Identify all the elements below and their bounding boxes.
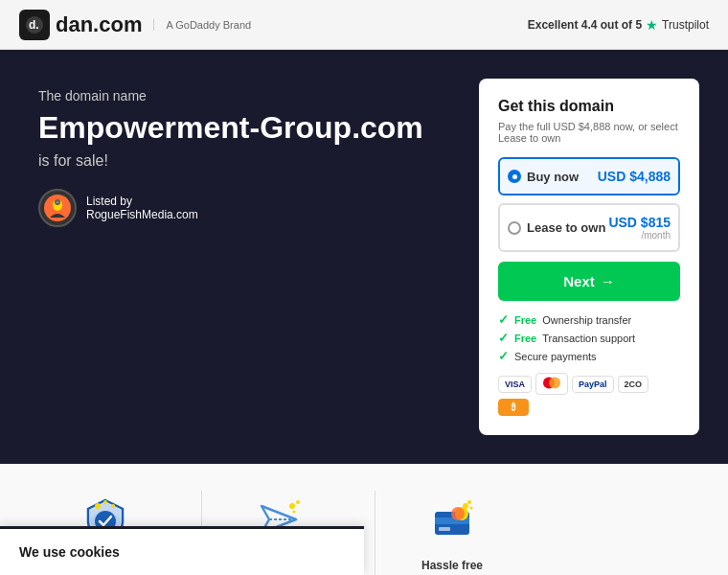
2co-icon: 2CO xyxy=(618,376,649,393)
card-title: Get this domain xyxy=(498,98,680,115)
trustpilot-star: ★ xyxy=(646,17,658,33)
hero-subtitle: The domain name xyxy=(38,88,479,104)
svg-point-10 xyxy=(111,504,115,508)
svg-point-9 xyxy=(95,503,101,509)
svg-point-11 xyxy=(103,500,107,504)
svg-point-24 xyxy=(470,507,473,510)
benefit-2: ✓ Free Transaction support xyxy=(498,331,680,345)
listed-info: Listed by RogueFishMedia.com xyxy=(86,195,198,221)
lease-period: /month xyxy=(608,230,671,241)
listed-by: Listed by RogueFishMedia.com xyxy=(38,189,479,227)
lease-label: Lease to own xyxy=(508,220,605,235)
check-icon-3: ✓ xyxy=(498,349,509,363)
hero-domain: Empowerment-Group.com xyxy=(38,111,479,145)
svg-point-21 xyxy=(451,507,465,520)
trustpilot-brand: Trustpilot xyxy=(662,18,709,32)
listed-by-label: Listed by xyxy=(86,195,198,208)
lease-price-container: USD $815 /month xyxy=(608,215,671,241)
radio-empty xyxy=(508,221,521,235)
purchase-card: Get this domain Pay the full USD $4,888 … xyxy=(479,79,699,435)
svg-point-23 xyxy=(467,500,471,504)
svg-point-16 xyxy=(293,511,296,514)
payment-icons: VISA PayPal 2CO ₿ xyxy=(498,373,680,416)
benefits-list: ✓ Free Ownership transfer ✓ Free Transac… xyxy=(498,312,680,363)
feature-divider-2 xyxy=(375,491,375,575)
visa-icon: VISA xyxy=(498,376,532,393)
logo[interactable]: d. dan.com xyxy=(19,10,142,40)
card-subtitle: Pay the full USD $4,888 now, or selectLe… xyxy=(498,121,680,144)
hero-section: The domain name Empowerment-Group.com is… xyxy=(0,50,728,464)
buy-now-label: Buy now xyxy=(508,170,579,184)
card-icon xyxy=(423,491,481,548)
radio-selected xyxy=(508,170,521,183)
svg-rect-19 xyxy=(439,527,450,531)
svg-point-15 xyxy=(296,500,300,504)
header: d. dan.com A GoDaddy Brand Excellent 4.4… xyxy=(0,0,728,50)
hero-forsale: is for sale! xyxy=(38,152,479,170)
logo-name: dan.com xyxy=(56,12,142,37)
benefit-1: ✓ Free Ownership transfer xyxy=(498,312,680,327)
feature-payments: Hassle freepayments xyxy=(385,491,519,575)
paypal-icon: PayPal xyxy=(572,376,614,393)
listed-by-name: RogueFishMedia.com xyxy=(86,208,198,221)
trustpilot-text: Excellent 4.4 out of 5 xyxy=(528,18,642,32)
next-arrow: → xyxy=(601,273,615,289)
header-left: d. dan.com A GoDaddy Brand xyxy=(19,10,251,40)
bitcoin-icon: ₿ xyxy=(498,399,529,416)
lease-option[interactable]: Lease to own USD $815 /month xyxy=(498,203,680,252)
lease-price: USD $815 xyxy=(608,215,671,230)
hero-left: The domain name Empowerment-Group.com is… xyxy=(38,79,479,227)
cookie-banner: We use cookies xyxy=(0,526,364,575)
svg-point-14 xyxy=(289,503,295,509)
check-icon-1: ✓ xyxy=(498,312,509,327)
svg-text:d.: d. xyxy=(29,18,39,32)
cookie-title: We use cookies xyxy=(19,544,345,560)
benefit-3: ✓ Secure payments xyxy=(498,349,680,363)
buy-now-option[interactable]: Buy now USD $4,888 xyxy=(498,157,680,196)
buy-now-price: USD $4,888 xyxy=(598,169,671,184)
check-icon-2: ✓ xyxy=(498,331,509,345)
next-button[interactable]: Next → xyxy=(498,262,680,301)
mastercard-icon xyxy=(535,373,568,395)
godaddy-brand: A GoDaddy Brand xyxy=(153,19,251,31)
avatar xyxy=(38,189,77,227)
svg-point-22 xyxy=(463,503,468,509)
logo-icon: d. xyxy=(19,10,50,40)
svg-point-6 xyxy=(549,378,560,389)
feature-payments-label: Hassle freepayments xyxy=(421,558,483,575)
trustpilot-rating: Excellent 4.4 out of 5 ★ Trustpilot xyxy=(528,17,709,33)
